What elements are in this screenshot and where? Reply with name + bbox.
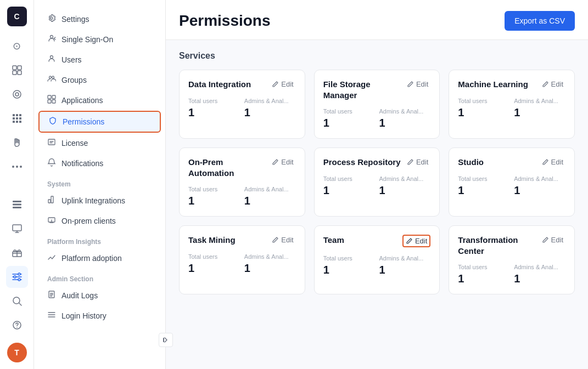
svg-rect-39 — [51, 196, 53, 203]
card-header: Machine Learning Edit — [458, 79, 565, 90]
platform-insights-section-label: Platform Insights — [34, 231, 165, 248]
gift-icon[interactable] — [6, 242, 28, 264]
sidebar-license-label: License — [61, 139, 88, 147]
edit-button-file-storage-manager[interactable]: Edit — [405, 79, 430, 89]
sidebar-item-auditlogs[interactable]: Audit Logs — [38, 286, 161, 305]
edit-button-machine-learning[interactable]: Edit — [540, 79, 565, 89]
home-icon[interactable]: ⊙ — [6, 35, 28, 57]
card-title: Machine Learning — [458, 79, 528, 90]
card-header: On-Prem Automation Edit — [188, 157, 296, 178]
svg-rect-36 — [52, 100, 55, 103]
loginhistory-icon — [47, 310, 56, 321]
stat-label: Total users — [458, 98, 509, 104]
card-stats: Total users 1 Admins & Anal... 1 — [188, 98, 296, 119]
edit-button-studio[interactable]: Edit — [540, 157, 565, 167]
edit-button-data-integration[interactable]: Edit — [270, 79, 295, 89]
stat-label: Total users — [458, 175, 509, 182]
apps-icon[interactable] — [6, 107, 28, 129]
card-title: Transformation Center — [458, 235, 539, 256]
stat-item: Admins & Anal... 1 — [244, 253, 296, 275]
user-avatar[interactable]: T — [7, 343, 27, 362]
monitor-icon[interactable] — [6, 218, 28, 240]
card-stats: Total users 1 Admins & Anal... 1 — [323, 255, 431, 276]
sidebar-item-license[interactable]: License — [38, 133, 161, 153]
stat-item: Total users 1 — [323, 175, 375, 197]
card-title: On-Prem Automation — [188, 157, 270, 178]
edit-button-team[interactable]: Edit — [402, 235, 430, 247]
more-dots-icon[interactable] — [6, 156, 28, 178]
stat-label: Total users — [323, 255, 375, 262]
main-content: Permissions Export as CSV Services Data … — [166, 0, 588, 369]
sidebar-permissions-label: Permissions — [63, 117, 104, 126]
svg-rect-3 — [18, 71, 21, 75]
stat-value: 1 — [323, 264, 375, 276]
svg-rect-2 — [13, 71, 16, 75]
export-csv-button[interactable]: Export as CSV — [505, 11, 575, 31]
stat-item: Total users 1 — [188, 186, 240, 207]
sidebar-item-settings[interactable]: Settings — [38, 9, 161, 29]
stat-value: 1 — [514, 273, 565, 285]
stat-item: Admins & Anal... 1 — [244, 186, 296, 207]
stat-value: 1 — [458, 273, 509, 285]
help-icon[interactable] — [6, 314, 28, 336]
list-rows-icon[interactable] — [6, 194, 28, 215]
sidebar-item-users[interactable]: Users — [38, 50, 161, 70]
edit-button-on-prem-automation[interactable]: Edit — [270, 157, 295, 167]
card-header: Data Integration Edit — [188, 79, 296, 90]
stat-label: Total users — [458, 264, 509, 270]
svg-point-5 — [15, 93, 19, 96]
card-stats: Total users 1 Admins & Anal... 1 — [458, 175, 565, 197]
sidebar-item-adoption[interactable]: Platform adoption — [38, 248, 161, 268]
sidebar-groups-label: Groups — [61, 76, 87, 84]
svg-rect-37 — [48, 139, 55, 145]
services-section-title: Services — [179, 51, 575, 61]
sidebar-item-loginhistory[interactable]: Login History — [38, 306, 161, 326]
adoption-icon — [47, 253, 56, 264]
sidebar-item-sso[interactable]: Single Sign-On — [38, 30, 161, 49]
onprem-icon — [47, 215, 56, 226]
target-icon[interactable] — [6, 83, 28, 105]
stat-value: 1 — [188, 195, 240, 207]
edit-button-process-repository[interactable]: Edit — [405, 157, 430, 167]
card-stats: Total users 1 Admins & Anal... 1 — [188, 253, 296, 275]
service-card-transformation-center: Transformation Center Edit Total users 1… — [449, 225, 575, 294]
sidebar-loginhistory-label: Login History — [61, 311, 107, 320]
main-body: Services Data Integration Edit Total use… — [166, 40, 588, 305]
sidebar-item-notifications[interactable]: Notifications — [38, 154, 161, 173]
sidebar-onprem-label: On-prem clients — [61, 217, 116, 225]
stat-value: 1 — [188, 106, 240, 119]
hand-icon[interactable] — [6, 132, 28, 154]
svg-rect-10 — [16, 117, 18, 120]
sidebar-item-uplink[interactable]: Uplink Integrations — [38, 191, 161, 211]
service-card-studio: Studio Edit Total users 1 Admins & Anal.… — [449, 147, 575, 217]
sidebar-item-groups[interactable]: Groups — [38, 70, 161, 90]
stat-label: Admins & Anal... — [244, 253, 296, 260]
app-logo[interactable]: C — [7, 7, 27, 26]
sidebar-users-label: Users — [61, 55, 82, 64]
edit-button-transformation-center[interactable]: Edit — [540, 235, 565, 245]
card-stats: Total users 1 Admins & Anal... 1 — [323, 175, 431, 197]
stat-label: Total users — [323, 108, 375, 115]
service-card-on-prem-automation: On-Prem Automation Edit Total users 1 Ad… — [179, 147, 305, 217]
svg-rect-9 — [13, 117, 15, 120]
sidebar-item-onprem[interactable]: On-prem clients — [38, 211, 161, 231]
svg-point-15 — [12, 166, 14, 168]
svg-point-31 — [49, 76, 52, 78]
svg-rect-35 — [48, 100, 51, 103]
svg-rect-14 — [19, 121, 21, 123]
stat-item: Admins & Anal... 1 — [379, 255, 430, 276]
stat-label: Admins & Anal... — [379, 255, 430, 262]
search-icon[interactable] — [6, 290, 28, 312]
svg-rect-6 — [13, 114, 15, 116]
sidebar-item-applications[interactable]: Applications — [38, 90, 161, 110]
card-header: Team Edit — [323, 235, 431, 247]
filter-settings-icon[interactable] — [6, 266, 28, 288]
edit-button-task-mining[interactable]: Edit — [270, 235, 295, 245]
sidebar-item-permissions[interactable]: Permissions — [38, 111, 161, 133]
stat-item: Total users 1 — [323, 255, 375, 276]
sidebar-collapse-button[interactable] — [159, 333, 173, 347]
grid-icon[interactable] — [6, 59, 28, 81]
card-title: File Storage Manager — [323, 79, 405, 100]
card-title: Task Mining — [188, 235, 236, 246]
sidebar-adoption-label: Platform adoption — [61, 254, 122, 263]
